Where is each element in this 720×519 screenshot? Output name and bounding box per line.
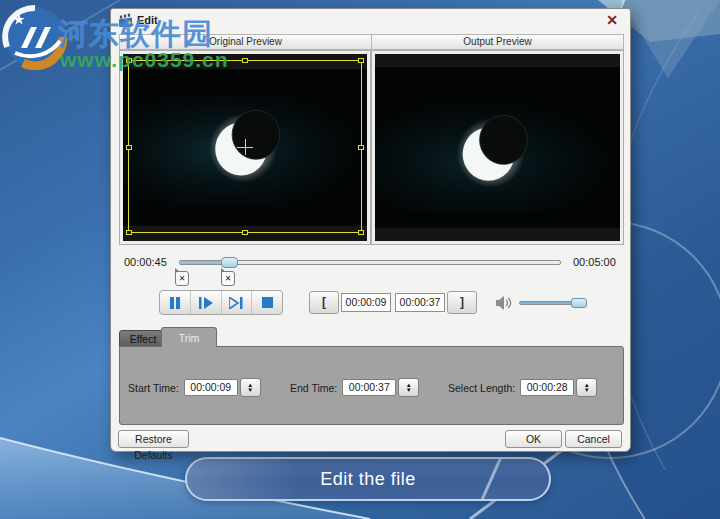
next-frame-button[interactable] (221, 291, 252, 314)
crop-handle-mid-right[interactable] (358, 145, 364, 150)
select-length-spinner[interactable]: ▲ ▼ (576, 378, 597, 397)
original-preview-pane (119, 50, 371, 245)
ok-button[interactable]: OK (505, 430, 562, 448)
stop-button[interactable] (251, 291, 282, 314)
spinner-down-icon[interactable]: ▼ (406, 388, 412, 393)
crop-handle-mid-left[interactable] (126, 145, 132, 150)
pause-button[interactable] (160, 291, 190, 314)
volume-controls (493, 292, 593, 314)
preview-headers: Original Preview Output Preview (119, 34, 624, 50)
start-time-label: Start Time: (128, 382, 179, 394)
pause-icon (169, 297, 181, 309)
crop-center-cross (245, 139, 246, 155)
original-preview-header: Original Preview (119, 34, 372, 50)
timeline-thumb[interactable] (221, 257, 238, 268)
desktop: Edit ✕ Original Preview Output Preview (0, 0, 720, 519)
crop-handle-bottom-right[interactable] (358, 230, 364, 235)
end-time-group: End Time: 00:00:37 ▲ ▼ (290, 378, 419, 397)
original-video-frame[interactable] (123, 54, 367, 241)
select-length-group: Select Length: 00:00:28 ▲ ▼ (448, 378, 597, 397)
select-length-label: Select Length: (448, 382, 515, 394)
start-time-group: Start Time: 00:00:09 ▲ ▼ (128, 378, 261, 397)
close-icon[interactable]: ✕ (604, 12, 620, 28)
trim-end-marker[interactable]: ✕ (221, 271, 235, 286)
volume-thumb[interactable] (571, 298, 587, 308)
volume-slider[interactable] (519, 301, 587, 305)
spinner-down-icon[interactable]: ▼ (247, 388, 253, 393)
dialog-titlebar[interactable]: Edit ✕ (111, 9, 630, 33)
edit-dialog-icon (118, 13, 133, 28)
tab-trim[interactable]: Trim (161, 327, 217, 347)
crop-handle-bottom-left[interactable] (126, 230, 132, 235)
total-time-label: 00:05:00 (573, 256, 616, 268)
timeline-slider[interactable] (179, 260, 561, 265)
caption-text: Edit the file (187, 469, 549, 490)
moon-eclipse-frame (375, 54, 620, 241)
edit-dialog: Edit ✕ Original Preview Output Preview (110, 8, 631, 452)
trim-end-time-display[interactable]: 00:00:37 (395, 293, 445, 312)
restore-defaults-button[interactable]: Restore Defaults (118, 430, 189, 448)
crop-handle-top-right[interactable] (358, 58, 364, 63)
set-end-bracket-button[interactable]: ] (447, 291, 477, 314)
crop-handle-bottom-center[interactable] (242, 230, 248, 235)
crop-handle-top-center[interactable] (242, 58, 248, 63)
tab-effect[interactable]: Effect (119, 330, 167, 347)
speaker-icon (495, 295, 515, 311)
spinner-down-icon[interactable]: ▼ (584, 388, 590, 393)
play-button[interactable] (190, 291, 221, 314)
playback-controls (159, 290, 283, 315)
crop-selection[interactable] (128, 60, 362, 233)
trim-tab-panel: Start Time: 00:00:09 ▲ ▼ End Time: 00:00… (119, 346, 624, 425)
end-time-spinner[interactable]: ▲ ▼ (398, 378, 419, 397)
select-length-field[interactable]: 00:00:28 (520, 379, 574, 396)
stop-icon (262, 297, 273, 308)
start-time-spinner[interactable]: ▲ ▼ (240, 378, 261, 397)
dialog-title: Edit (137, 14, 158, 26)
current-time-label: 00:00:45 (124, 256, 167, 268)
end-time-label: End Time: (290, 382, 337, 394)
cancel-button[interactable]: Cancel (565, 430, 622, 448)
next-frame-icon (229, 297, 243, 309)
trim-start-time-display[interactable]: 00:00:09 (341, 293, 391, 312)
trim-start-marker[interactable]: ✕ (175, 271, 189, 286)
output-video-frame (375, 54, 620, 241)
trim-controls: [ 00:00:09 00:00:37 ] (309, 290, 477, 315)
output-preview-header: Output Preview (372, 34, 624, 50)
end-time-field[interactable]: 00:00:37 (342, 379, 396, 396)
caption-banner: Edit the file (185, 457, 551, 501)
play-icon (199, 297, 213, 309)
start-time-field[interactable]: 00:00:09 (184, 379, 238, 396)
output-preview-pane (371, 50, 624, 245)
set-start-bracket-button[interactable]: [ (309, 291, 339, 314)
crop-handle-top-left[interactable] (126, 58, 132, 63)
